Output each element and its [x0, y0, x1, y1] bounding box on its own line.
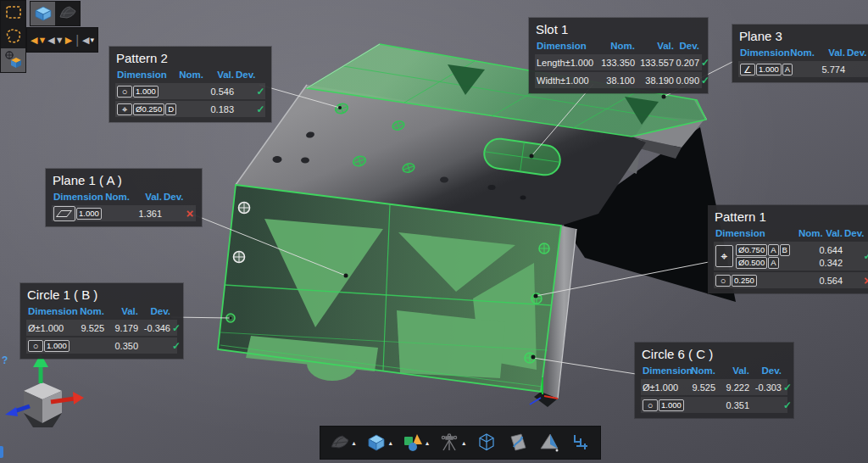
nominal-cell: 9.525 — [75, 323, 106, 333]
pick-on-model-button[interactable] — [1, 48, 25, 72]
pass-check-icon: ✓ — [861, 250, 868, 262]
pass-check-icon: ✓ — [783, 382, 788, 393]
lasso-select-icon — [4, 27, 23, 46]
measurement-row: ○0.2500.564× — [714, 272, 868, 288]
mesh-tools-button[interactable]: ▴ — [329, 432, 356, 454]
tolerance-line: Ø0.750AB — [736, 244, 791, 256]
value-cell: 1.361 — [131, 209, 164, 219]
wireframe-cube-button[interactable] — [476, 432, 498, 454]
play-forward-icon[interactable]: ▶ — [65, 28, 72, 52]
flatness-icon — [53, 206, 75, 221]
application-window: ? — [0, 0, 868, 463]
step-prev-icon[interactable]: ◀▼ — [47, 28, 64, 52]
table-header-row: DimensionNom.Val.Dev. — [714, 226, 868, 240]
column-header: Dev. — [236, 70, 256, 80]
tolerance-chip: 1.000 — [44, 340, 70, 352]
dimension-cell: Length±1.000 — [535, 58, 599, 68]
shaded-box-icon — [33, 3, 53, 24]
bottom-toolbar: ▴ ▴ ▴ ▴ — [320, 427, 600, 459]
navigation-toolbar: ◀▼ ◀▼ ▶ | ◀ ▾ — [27, 28, 97, 52]
alignment-datum-icon — [570, 432, 592, 454]
value-cell: 133.557 — [637, 58, 676, 68]
alignment-datum-button[interactable] — [570, 432, 592, 454]
pass-check-icon: ✓ — [256, 86, 265, 98]
column-header: Dimension — [714, 228, 798, 238]
callout-slot-1[interactable]: Slot 1 DimensionNom.Val.Dev.Length±1.000… — [529, 18, 708, 93]
tolerance-chip: Ø0.500 — [736, 257, 767, 269]
table-header-row: DimensionNom.Val.Dev. — [26, 304, 177, 318]
surface-deviation-button[interactable] — [538, 432, 560, 454]
pass-check-icon: ✓ — [172, 322, 177, 334]
dropdown-caret-icon: ▴ — [462, 439, 465, 447]
callout-circle-6-c[interactable]: Circle 6 ( C ) DimensionNom.Val.Dev.Ø±1.… — [635, 343, 793, 418]
column-header: Val. — [106, 306, 140, 316]
callout-plane-1-a[interactable]: Plane 1 ( A ) DimensionNom.Val.Dev.1.000… — [46, 169, 202, 226]
value-cell: 0.342 — [819, 257, 843, 269]
geometry-tools-button[interactable]: ▴ — [402, 432, 429, 454]
column-header: Dev. — [676, 41, 701, 51]
section-plane-button[interactable] — [507, 432, 529, 454]
measurement-row: Ø±1.0009.5259.222-0.303✓ — [641, 379, 787, 395]
geometry-tools-icon — [402, 432, 424, 454]
callout-circle-1-b[interactable]: Circle 1 ( B ) DimensionNom.Val.Dev.Ø±1.… — [20, 283, 183, 359]
measurement-table: DimensionNom.Val.Dev.○1.0000.546✓⌖Ø0.250… — [115, 68, 265, 117]
nominal-cell: 133.350 — [599, 58, 637, 68]
scanner-tools-button[interactable]: ▴ — [438, 432, 465, 454]
angle-icon: ∠ — [740, 64, 755, 75]
callout-title: Slot 1 — [536, 22, 702, 36]
callout-title: Circle 6 ( C ) — [642, 347, 787, 361]
tolerance-chip: 1.000 — [756, 64, 782, 75]
view-gizmo[interactable] — [5, 354, 84, 427]
measurement-row: ⌖Ø0.250D0.183✓ — [115, 101, 265, 117]
position-icon: ⌖ — [117, 103, 132, 115]
tolerance-chip: 1.000 — [659, 399, 684, 411]
step-first-icon[interactable]: ◀▼ — [31, 28, 47, 52]
dimension-cell: ∠1.000A — [738, 64, 786, 75]
mesh-shell-button[interactable] — [55, 2, 80, 25]
callout-pattern-2[interactable]: Pattern 2 DimensionNom.Val.Dev.○1.0000.5… — [109, 47, 271, 122]
rectangle-select-button[interactable] — [1, 1, 25, 25]
display-toolbar — [31, 2, 80, 25]
column-header: Dev. — [844, 228, 861, 238]
column-header: Dev. — [847, 47, 867, 58]
measurement-row: ○1.0000.546✓ — [115, 83, 265, 99]
callout-plane-3[interactable]: Plane 3 DimensionNom.Val.Dev.∠1.000A5.77… — [732, 25, 868, 82]
measurement-row: 1.0001.361× — [52, 205, 196, 221]
tolerance-chip: A — [768, 244, 778, 256]
table-header-row: DimensionNom.Val.Dev. — [535, 39, 702, 53]
measurement-row: Length±1.000133.350133.5570.207✓ — [535, 54, 702, 70]
measurement-row: ○1.0000.350✓ — [26, 337, 177, 354]
mesh-tools-icon — [329, 432, 351, 454]
callout-title: Plane 1 ( A ) — [53, 173, 196, 187]
callout-pattern-1[interactable]: Pattern 1 DimensionNom.Val.Dev.⌖Ø0.750AB… — [708, 205, 868, 293]
tolerance-chip: A — [768, 257, 778, 269]
more-dropdown-icon[interactable]: ▾ — [91, 28, 95, 52]
step-back-icon[interactable]: ◀ — [82, 28, 89, 52]
dimension-cell: ○1.000 — [115, 86, 175, 98]
callout-title: Plane 3 — [739, 29, 868, 43]
solid-tools-button[interactable]: ▴ — [365, 432, 392, 454]
tolerance-chip: Ø0.750 — [736, 244, 767, 256]
dimension-cell: ○1.000 — [26, 340, 75, 352]
shaded-box-button[interactable] — [31, 2, 55, 25]
tolerance-lines: Ø0.750ABØ0.500A — [736, 244, 791, 269]
column-header: Dimension — [641, 365, 688, 376]
help-icon[interactable]: ? — [2, 354, 8, 366]
value-cell: 0.183 — [205, 104, 236, 114]
column-header: Dev. — [140, 306, 172, 316]
table-header-row: DimensionNom.Val.Dev. — [52, 190, 196, 204]
value-cell: 9.179 — [106, 323, 140, 333]
column-header: Dimension — [52, 192, 104, 202]
dimension-cell: Width±1.000 — [535, 75, 599, 86]
column-header: Nom. — [786, 47, 816, 58]
column-header: Dimension — [738, 47, 786, 58]
tolerance-chip: Ø0.250 — [133, 103, 164, 115]
column-header: Dimension — [115, 70, 175, 80]
column-header: Val. — [131, 192, 164, 202]
dimension-cell: ⌖Ø0.750ABØ0.500A — [714, 244, 798, 269]
tolerance-chip: B — [780, 244, 790, 256]
pick-on-model-icon — [3, 50, 24, 70]
circularity-icon: ○ — [117, 86, 132, 98]
lasso-select-button[interactable] — [1, 25, 25, 48]
value-cell: 0.564 — [814, 276, 844, 286]
